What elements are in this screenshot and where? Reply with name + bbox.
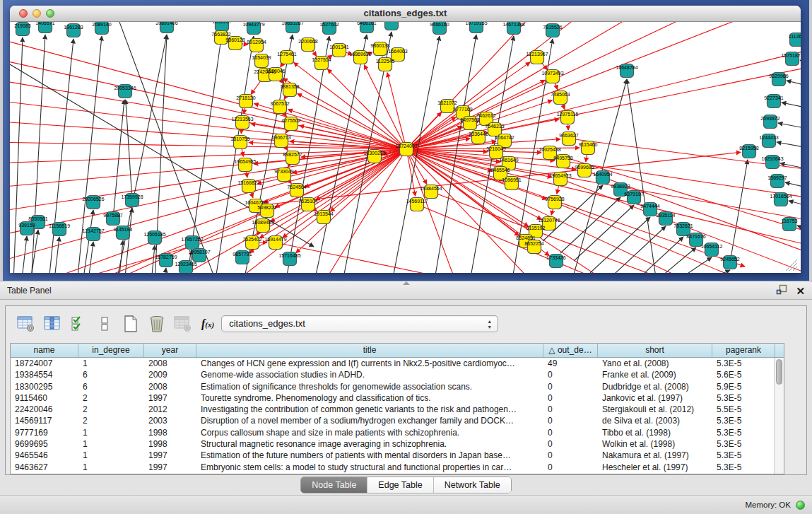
function-builder-icon[interactable]: f(x) xyxy=(201,317,214,330)
table-panel-title: Table Panel xyxy=(7,286,52,296)
table-row[interactable]: 946554611997Estimation of the future num… xyxy=(11,450,774,461)
show-columns-icon[interactable] xyxy=(42,314,63,334)
minimize-window-button[interactable] xyxy=(33,9,41,18)
column-header-year[interactable]: year xyxy=(144,344,196,357)
column-header-title[interactable]: title xyxy=(196,344,543,357)
network-graph-canvas[interactable]: 1872400721908314055711961283208914020891… xyxy=(10,22,801,273)
network-window[interactable]: citations_edges.txt 18724007219083140557… xyxy=(10,6,801,273)
graph-node-label: 2336441 xyxy=(469,132,488,136)
citation-edge-red[interactable] xyxy=(387,73,406,149)
citation-edge-black[interactable] xyxy=(800,60,801,67)
delete-trash-icon[interactable] xyxy=(146,314,167,334)
citation-edge-black[interactable] xyxy=(162,268,166,273)
tab-edge-table[interactable]: Edge Table xyxy=(367,477,433,493)
table-cell: 2008 xyxy=(144,381,196,392)
tab-node-table[interactable]: Node Table xyxy=(301,477,367,493)
table-row[interactable]: 911546021997Tourette syndrome. Phenomeno… xyxy=(11,392,774,404)
close-panel-icon[interactable]: ✕ xyxy=(796,286,805,297)
citation-edge-red[interactable] xyxy=(406,22,702,149)
graph-node-label: 1733426 xyxy=(546,255,565,260)
citation-edge-red[interactable] xyxy=(10,226,263,273)
column-header-in_degree[interactable]: in_degree xyxy=(78,344,144,357)
citation-edge-black[interactable] xyxy=(627,79,657,273)
citation-edge-black[interactable] xyxy=(636,247,696,273)
table-settings-icon[interactable] xyxy=(16,314,37,334)
network-window-titlebar[interactable]: citations_edges.txt xyxy=(10,6,801,22)
scrollbar-thumb[interactable] xyxy=(776,359,782,385)
zoom-window-button[interactable] xyxy=(46,9,54,18)
table-row[interactable]: 1938455462009Genome-wide association stu… xyxy=(11,369,774,380)
graph-node-label: 9860138 xyxy=(370,43,389,48)
citation-edge-black[interactable] xyxy=(778,123,801,130)
citation-edge-black[interactable] xyxy=(117,240,123,273)
table-row[interactable]: 969969511998Structural magnetic resonanc… xyxy=(11,438,774,450)
float-panel-icon[interactable] xyxy=(776,284,787,298)
citation-edge-black[interactable] xyxy=(49,39,73,273)
delete-table-disabled-icon[interactable] xyxy=(172,314,194,334)
citation-edge-black[interactable] xyxy=(150,245,155,273)
citation-edge-black[interactable] xyxy=(126,100,132,200)
graph-node-label: 1001341 xyxy=(329,45,348,49)
citation-edge-black[interactable] xyxy=(590,217,650,273)
citation-edge-black[interactable] xyxy=(81,210,93,273)
citation-edge-black[interactable] xyxy=(782,103,801,110)
table-row[interactable]: 1872400712008Changes of HCN gene express… xyxy=(11,358,774,369)
clear-selection-icon[interactable] xyxy=(94,314,115,334)
citation-edge-black[interactable] xyxy=(789,201,801,208)
column-header-name[interactable]: name xyxy=(11,344,78,357)
table-cell: Changes of HCN gene expression and I(f) … xyxy=(196,358,543,369)
citation-edge-red[interactable] xyxy=(294,62,406,149)
table-vertical-scrollbar[interactable] xyxy=(774,358,784,474)
table-cell: Franke et al. (2009) xyxy=(598,369,712,380)
citation-edge-red[interactable] xyxy=(10,142,406,149)
citation-edge-red[interactable] xyxy=(406,149,801,221)
graph-node-label: 1892237 xyxy=(212,22,231,24)
graph-node-label: 12505185 xyxy=(143,232,165,237)
table-row[interactable]: 977716911998Corpus callosum shape and si… xyxy=(11,427,774,438)
citation-edge-black[interactable] xyxy=(123,208,132,273)
close-window-button[interactable] xyxy=(19,9,28,18)
citation-edge-black[interactable] xyxy=(86,242,93,273)
window-resize-grip[interactable] xyxy=(793,267,797,271)
network-desktop: citations_edges.txt 18724007219083140557… xyxy=(3,0,809,281)
table-cell: 0 xyxy=(543,369,598,380)
citation-edge-black[interactable] xyxy=(574,205,634,261)
graph-node-label: 1810755 xyxy=(230,136,249,141)
citation-edge-red[interactable] xyxy=(364,65,406,149)
column-header-out_de[interactable]: △ out_de… xyxy=(543,344,598,357)
table-select-combo[interactable]: citations_edges.txt ▲▼ xyxy=(221,315,498,332)
citation-edge-black[interactable] xyxy=(787,81,801,88)
split-pane-grip[interactable] xyxy=(403,281,410,285)
table-cell: 9777169 xyxy=(11,427,78,438)
graph-node-label: 10973493 xyxy=(541,71,563,76)
citation-edge-red[interactable] xyxy=(276,243,547,273)
table-cell: 19384554 xyxy=(11,369,78,380)
tab-network-table[interactable]: Network Table xyxy=(434,477,511,493)
graph-node-label: 17359928 xyxy=(121,194,143,199)
citation-edge-black[interactable] xyxy=(777,142,801,149)
select-all-checklist-icon[interactable] xyxy=(68,314,89,334)
table-row[interactable]: 2242004622012Investigating the contribut… xyxy=(11,404,774,415)
citation-edge-red[interactable] xyxy=(10,100,406,149)
graph-node-label: 939159 xyxy=(18,223,35,228)
new-document-icon[interactable] xyxy=(120,314,141,334)
citation-edge-red[interactable] xyxy=(305,149,406,187)
citation-edge-red[interactable] xyxy=(406,22,646,149)
citation-network-graph[interactable]: 1872400721908314055711961283208914020891… xyxy=(10,22,801,273)
table-row[interactable]: 946362711997Embryonic stem cells: a mode… xyxy=(11,462,774,473)
graph-node-label: 12975115 xyxy=(557,112,579,117)
table-row[interactable]: 1830029562008Estimation of significance … xyxy=(11,381,774,392)
table-row[interactable]: 1456911722003Disruption of a novel membe… xyxy=(11,415,774,426)
table-cell: 2012 xyxy=(144,404,196,415)
citation-edge-black[interactable] xyxy=(785,182,801,189)
memory-status-indicator[interactable] xyxy=(796,501,805,510)
citation-edge-red[interactable] xyxy=(406,22,759,149)
column-header-pagerank[interactable]: pagerank xyxy=(712,344,775,357)
column-header-short[interactable]: short xyxy=(598,344,712,357)
citation-edge-black[interactable] xyxy=(52,237,59,273)
table-cell: 6 xyxy=(78,381,144,392)
citation-edge-black[interactable] xyxy=(31,35,45,273)
graph-node[interactable] xyxy=(385,22,399,30)
table-header-row: namein_degreeyeartitle△ out_de…shortpage… xyxy=(11,344,784,358)
citation-edge-black[interactable] xyxy=(13,37,23,273)
